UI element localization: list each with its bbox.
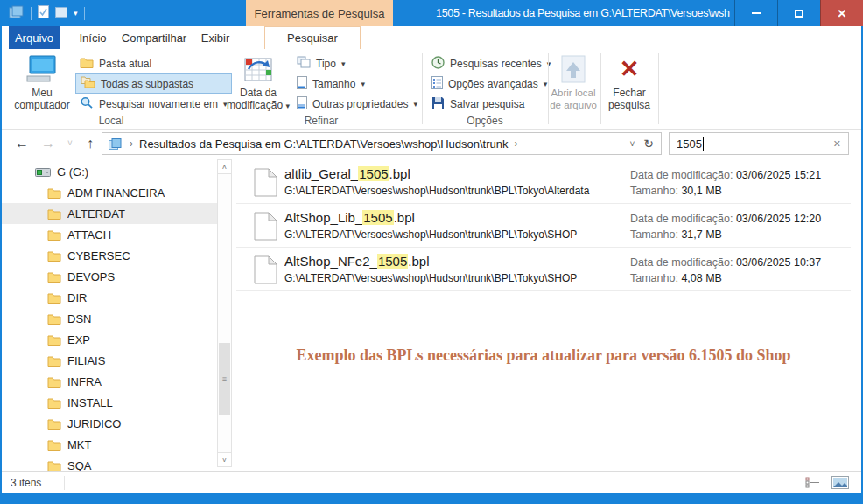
refresh-icon[interactable]: ↻ xyxy=(643,136,654,150)
divider xyxy=(600,53,601,124)
folder-icon xyxy=(47,229,61,241)
properties-icon[interactable] xyxy=(38,5,49,22)
tab-search[interactable]: Pesquisar xyxy=(264,26,361,49)
file-result-row[interactable]: AltShop_NFe2_1505.bpl G:\ALTERDAT\Versoe… xyxy=(236,252,851,291)
sidebar-item-folder[interactable]: CYBERSEC xyxy=(2,245,217,266)
sidebar-item-drive-g[interactable]: G (G:) xyxy=(2,161,217,182)
search-again-button[interactable]: Pesquisar novamente em ▾ xyxy=(75,94,232,114)
sidebar-item-folder[interactable]: DEVOPS xyxy=(2,266,217,287)
minimize-button[interactable] xyxy=(734,0,777,26)
clock-icon xyxy=(432,56,445,72)
up-icon[interactable]: ↑ xyxy=(81,130,100,158)
scroll-up-button[interactable]: ˄ xyxy=(218,160,231,174)
sidebar-item-folder-selected[interactable]: ALTERDAT xyxy=(2,203,217,224)
my-computer-label-1: Meu xyxy=(32,87,52,99)
thumbnail-view-icon[interactable] xyxy=(830,474,851,492)
history-chevron-icon[interactable]: ˅ xyxy=(63,130,77,158)
advanced-options-button[interactable]: Opções avançadas ▾ xyxy=(427,74,555,94)
network-drive-icon xyxy=(35,166,51,178)
folder-icon xyxy=(47,250,61,262)
search-match-highlight: 1505 xyxy=(358,166,389,181)
options-column: Pesquisas recentes ▾ Opções avançadas ▾ … xyxy=(427,53,555,114)
clear-search-icon[interactable]: ✕ xyxy=(833,138,841,150)
type-filter-button[interactable]: Tipo ▾ xyxy=(292,53,422,74)
size-filter-button[interactable]: Tamanho ▾ xyxy=(292,74,422,94)
divider xyxy=(31,7,32,20)
minimize-icon xyxy=(752,12,761,14)
date-modified-label-2: modificação ▾ xyxy=(227,99,290,112)
search-query-text: 1505 xyxy=(677,137,702,150)
back-icon[interactable]: ← xyxy=(12,130,32,158)
search-input[interactable]: 1505 ✕ xyxy=(669,132,849,155)
save-search-button[interactable]: Salvar pesquisa xyxy=(427,94,555,114)
close-search-button[interactable]: ✕ Fechar pesquisa xyxy=(602,52,656,125)
folder-icon xyxy=(47,460,61,472)
folder-icon xyxy=(47,376,61,388)
folder-icon xyxy=(47,313,61,325)
customize-toolbar-chevron-icon[interactable]: ▾ xyxy=(74,9,78,18)
folder-label: CYBERSEC xyxy=(67,249,130,262)
close-search-x-icon: ✕ xyxy=(620,52,640,87)
sidebar-item-folder[interactable]: INFRA xyxy=(2,371,217,392)
breadcrumb-separator-icon: › xyxy=(515,137,518,150)
dropdown-icon: ▾ xyxy=(341,60,346,68)
recent-searches-button[interactable]: Pesquisas recentes ▾ xyxy=(427,53,555,74)
maximize-icon xyxy=(795,10,803,18)
subfolders-icon xyxy=(81,76,95,91)
divider xyxy=(64,476,65,490)
sidebar-item-folder[interactable]: DSN xyxy=(2,308,217,329)
group-label-refine: Refinar xyxy=(221,115,422,127)
sidebar-item-folder[interactable]: DIR xyxy=(2,287,217,308)
address-dropdown-chevron-icon[interactable]: ˅ xyxy=(629,139,635,149)
file-name[interactable]: altlib_Geral_1505.bpl xyxy=(284,166,410,181)
address-bar[interactable]: › Resultados da Pesquisa em G:\ALTERDAT\… xyxy=(102,132,662,155)
file-result-row[interactable]: altlib_Geral_1505.bpl G:\ALTERDAT\Versoe… xyxy=(236,164,851,204)
explorer-app-icon[interactable] xyxy=(9,5,25,22)
file-icon xyxy=(254,256,277,288)
folder-icon xyxy=(47,439,61,451)
all-subfolders-button[interactable]: Todas as subpastas xyxy=(75,74,232,94)
sidebar-item-folder[interactable]: ADM FINANCEIRA xyxy=(2,182,217,203)
file-name[interactable]: AltShop_NFe2_1505.bpl xyxy=(284,254,429,269)
folder-label: INFRA xyxy=(67,375,102,388)
chevron-down-icon: ˅ xyxy=(222,456,227,465)
sidebar-item-folder[interactable]: ATTACH xyxy=(2,224,217,245)
tab-home[interactable]: Início xyxy=(70,26,116,49)
tab-file[interactable]: Arquivo xyxy=(9,26,60,49)
tab-view[interactable]: Exibir xyxy=(191,26,240,49)
new-folder-icon[interactable] xyxy=(55,5,67,21)
file-result-row[interactable]: AltShop_Lib_1505.bpl G:\ALTERDAT\Versoes… xyxy=(236,208,851,248)
search-match-highlight: 1505 xyxy=(362,210,393,225)
type-icon xyxy=(297,56,311,71)
drive-label: G (G:) xyxy=(57,165,88,178)
folder-label: EXP xyxy=(67,333,90,346)
sidebar-item-folder[interactable]: INSTALL xyxy=(2,392,217,413)
search-again-icon xyxy=(80,96,94,112)
folder-label: SQA xyxy=(67,459,91,472)
sidebar-item-folder[interactable]: MKT xyxy=(2,434,217,455)
breadcrumb-path[interactable]: Resultados da Pesquisa em G:\ALTERDAT\Ve… xyxy=(139,137,509,150)
divider xyxy=(422,53,423,124)
open-location-label-1: Abrir local xyxy=(551,87,595,99)
sidebar-scrollbar[interactable]: ˄ ≡ ˅ xyxy=(217,159,232,467)
details-view-icon[interactable] xyxy=(802,474,823,492)
sidebar-item-folder[interactable]: EXP xyxy=(2,329,217,350)
sidebar-item-folder[interactable]: FILIAIS xyxy=(2,350,217,371)
file-path: G:\ALTERDAT\Versoes\wshop\Hudson\trunk\B… xyxy=(284,228,577,241)
file-date: Data de modificação: 03/06/2025 12:20 xyxy=(630,213,821,225)
scrollbar-thumb[interactable]: ≡ xyxy=(219,343,230,415)
date-modified-label-1: Data da xyxy=(240,87,277,99)
close-button[interactable]: ✕ xyxy=(820,0,863,26)
scroll-down-button[interactable]: ˅ xyxy=(218,452,231,466)
forward-icon[interactable]: → xyxy=(39,130,58,158)
current-folder-button[interactable]: Pasta atual xyxy=(75,53,232,74)
folder-label: DSN xyxy=(67,312,91,326)
sidebar-item-folder[interactable]: JURIDICO xyxy=(2,413,217,434)
maximize-button[interactable] xyxy=(777,0,820,26)
title-bar: ▾ Ferramentas de Pesquisa 1505 - Resulta… xyxy=(0,0,863,26)
advanced-options-label: Opções avançadas xyxy=(448,78,538,90)
file-name[interactable]: AltShop_Lib_1505.bpl xyxy=(284,210,415,225)
tab-share[interactable]: Compartilhar xyxy=(121,26,187,49)
sidebar-item-folder[interactable]: SQA xyxy=(2,455,217,471)
other-properties-button[interactable]: Outras propriedades ▾ xyxy=(292,94,422,114)
